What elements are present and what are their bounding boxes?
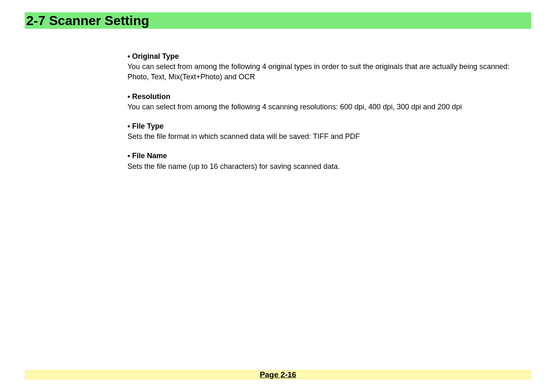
- setting-item: Original Type You can select from among …: [127, 51, 531, 83]
- setting-description: You can select from among the following …: [127, 62, 531, 82]
- setting-item: Resolution You can select from among the…: [127, 92, 531, 112]
- section-title: 2-7 Scanner Setting: [25, 13, 149, 28]
- setting-title: Original Type: [127, 51, 531, 62]
- page-number: Page 2-16: [260, 370, 297, 379]
- content-area: Original Type You can select from among …: [127, 51, 531, 172]
- section-header: 2-7 Scanner Setting: [25, 12, 531, 29]
- setting-description: Sets the file format in which scanned da…: [127, 131, 531, 142]
- setting-item: File Name Sets the file name (up to 16 c…: [127, 151, 531, 171]
- setting-description: Sets the file name (up to 16 characters)…: [127, 161, 531, 172]
- page-footer: Page 2-16: [25, 370, 531, 380]
- setting-title: File Type: [127, 121, 531, 131]
- setting-description: You can select from among the following …: [127, 102, 531, 112]
- setting-title: File Name: [127, 151, 531, 161]
- setting-title: Resolution: [127, 92, 531, 102]
- setting-item: File Type Sets the file format in which …: [127, 121, 531, 142]
